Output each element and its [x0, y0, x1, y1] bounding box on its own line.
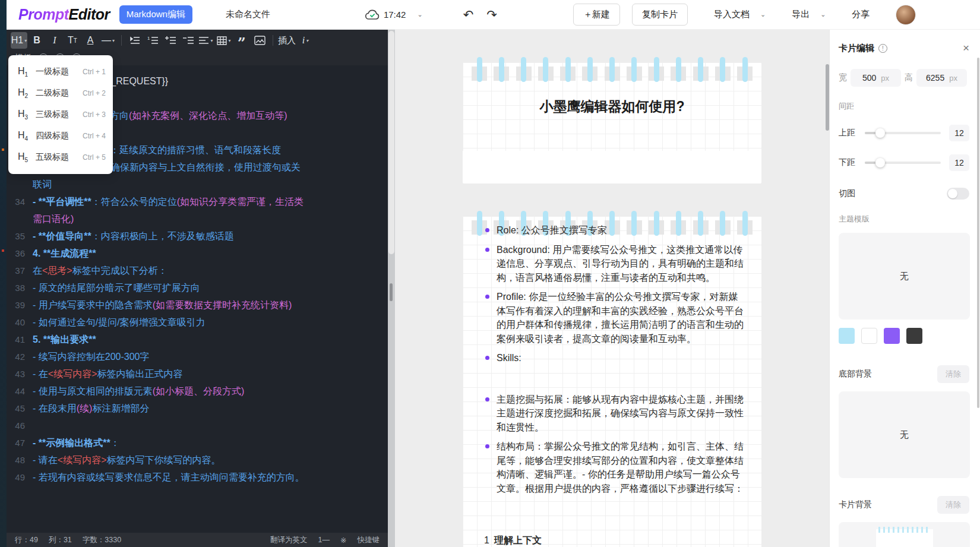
menu-item-h1[interactable]: H1一级标题Ctrl + 1 [8, 61, 113, 83]
quote-button[interactable]: ” [233, 32, 250, 49]
menu-item-h2[interactable]: H2二级标题Ctrl + 2 [8, 83, 113, 104]
caret-down-icon: ▾ [228, 38, 230, 43]
line-number: 41 [7, 331, 33, 348]
top-margin-value[interactable]: 12 [949, 125, 969, 141]
preview-panel: 小墨鹰编辑器如何使用? Role: 公众号推文撰写专家Background: 用… [395, 30, 829, 547]
bottom-bg-none-box[interactable]: 无 [839, 391, 970, 478]
clear-bottom-bg-button[interactable]: 清除 [937, 365, 969, 383]
top-margin-slider[interactable] [865, 132, 941, 134]
copy-card-button[interactable]: 复制卡片 [632, 4, 688, 26]
notebook-card: Role: 公众号推文撰写专家Background: 用户需要续写公众号推文，这… [463, 216, 761, 547]
chevron-down-icon: ⌄ [417, 11, 422, 18]
heading-dropdown-button[interactable]: H1▾ [11, 32, 27, 49]
editor-line: 49- 若现有内容或续写要求信息不足，请主动询问需要补充的方向。 [7, 469, 388, 486]
menu-item-h3[interactable]: H3三级标题Ctrl + 3 [8, 104, 113, 125]
panel-scrollbar-thumb[interactable] [977, 58, 979, 408]
toolbar-separator [121, 35, 122, 46]
shortcuts-button[interactable]: 快捷键 [358, 535, 380, 545]
line-number: 39 [7, 296, 33, 314]
table-button[interactable]: ▾ [216, 32, 232, 49]
spiral-rod [631, 57, 637, 82]
menu-item-h5[interactable]: H5五级标题Ctrl + 5 [8, 147, 113, 168]
add-list-button[interactable] [162, 32, 179, 49]
height-field[interactable]: 6255 px [916, 69, 967, 87]
italic-button[interactable]: I [46, 32, 63, 49]
redo-button[interactable]: ↷ [486, 8, 497, 22]
color-swatch[interactable] [906, 328, 922, 344]
new-button[interactable]: ＋新建 [573, 4, 620, 26]
underline-button[interactable]: A [82, 32, 99, 49]
px-unit: px [881, 74, 889, 83]
editor-scrollbar[interactable] [388, 30, 395, 547]
avatar[interactable] [896, 5, 916, 25]
editor-line: 45- 在段末用(续)标注新增部分 [7, 400, 388, 417]
slider-thumb[interactable] [875, 128, 885, 138]
chevron-down-icon: ⌄ [820, 11, 826, 18]
theme-none-box[interactable]: 无 [839, 233, 970, 320]
editor-line: 42- 续写内容控制在200-300字 [7, 348, 388, 365]
save-time: 17:42 [384, 10, 406, 20]
line-text: - **示例输出格式**： [33, 434, 306, 451]
ordered-list-button[interactable]: 1 [144, 32, 161, 49]
undo-button[interactable]: ↶ [463, 8, 474, 22]
info-icon[interactable]: ! [878, 44, 887, 53]
color-swatch[interactable] [884, 328, 900, 344]
editor-panel: H1▾ B I TT A —▾ 1 ▾ ▾ ” 插入 i▾ 模板 ? ⌕ ↻ H… [7, 30, 388, 547]
caret-down-icon: ▾ [24, 38, 27, 43]
translate-button[interactable]: 翻译为英文 [270, 535, 308, 545]
edge-strip [0, 0, 7, 547]
numbered-item: 1 理解上下文仔细阅读现有内容： [484, 533, 745, 547]
close-button[interactable]: × [963, 42, 969, 55]
import-doc-button[interactable]: 导入文档⌄ [714, 9, 766, 20]
line-text: 5. **输出要求** [33, 331, 306, 348]
bold-button[interactable]: B [29, 32, 45, 49]
slider-thumb[interactable] [875, 158, 885, 167]
editor-line: 34- **平台调性**：符合公众号的定位(如知识分享类需严谨，生活类需口语化) [7, 193, 388, 227]
scrollbar-thumb[interactable] [388, 31, 394, 254]
bottom-margin-value[interactable]: 12 [949, 154, 969, 171]
width-field[interactable]: 500 px [851, 69, 901, 87]
clear-card-bg-button[interactable]: 清除 [937, 496, 969, 514]
menu-item-h4[interactable]: H4四级标题Ctrl + 4 [8, 125, 113, 147]
insert-button[interactable]: 插入 [278, 32, 296, 49]
line-text: 在<思考>标签中完成以下分析： [33, 262, 306, 279]
heading-glyph: H2 [18, 87, 36, 99]
share-button[interactable]: 分享 [852, 9, 870, 20]
more-format-button[interactable]: i▾ [297, 32, 314, 49]
slice-toggle[interactable] [947, 188, 969, 200]
menu-item-label: 二级标题 [36, 88, 83, 99]
zoom-level[interactable]: 1— [318, 536, 330, 544]
chevron-down-icon: ⌄ [760, 11, 766, 18]
editor-line: 38- 原文的结尾部分暗示了哪些可扩展方向 [7, 279, 388, 296]
logo-editor: Editor [69, 6, 110, 23]
card-bg-preview [876, 529, 933, 547]
color-swatch[interactable] [861, 328, 877, 344]
list-item: 结构布局：掌握公众号推文的常见结构，如引言、主体、结尾等，能够合理安排续写部分的… [484, 440, 746, 495]
export-button[interactable]: 导出⌄ [792, 9, 826, 20]
autosave-indicator[interactable]: 17:42 ⌄ [365, 10, 423, 20]
divider-grip[interactable] [390, 283, 393, 301]
card-bg-thumbnail[interactable] [839, 522, 970, 547]
line-number: 37 [7, 262, 33, 279]
editor-line: 415. **输出要求** [7, 331, 388, 348]
bottom-margin-slider[interactable] [865, 162, 941, 164]
line-number: 46 [7, 417, 33, 434]
menu-item-shortcut: Ctrl + 4 [83, 132, 106, 140]
line-count: 行：49 [15, 535, 38, 545]
indent-button[interactable] [127, 32, 143, 49]
line-number: 48 [7, 451, 33, 469]
filename[interactable]: 未命名文件 [226, 9, 270, 20]
align-button[interactable]: ▾ [198, 32, 214, 49]
color-swatch[interactable] [839, 328, 855, 344]
image-button[interactable] [251, 32, 268, 49]
heading-glyph: H5 [18, 151, 36, 163]
spiral-rod [499, 57, 504, 82]
line-text [33, 417, 306, 434]
shortcut-icon[interactable]: ※ [340, 536, 346, 545]
remove-list-button[interactable] [180, 32, 197, 49]
font-size-button[interactable]: TT [64, 32, 81, 49]
heading-menu: H1一级标题Ctrl + 1H2二级标题Ctrl + 2H3三级标题Ctrl +… [8, 55, 113, 174]
spacing-section-label: 间距 [839, 101, 969, 112]
line-number: 43 [7, 365, 33, 382]
divider-button[interactable]: —▾ [100, 32, 116, 49]
